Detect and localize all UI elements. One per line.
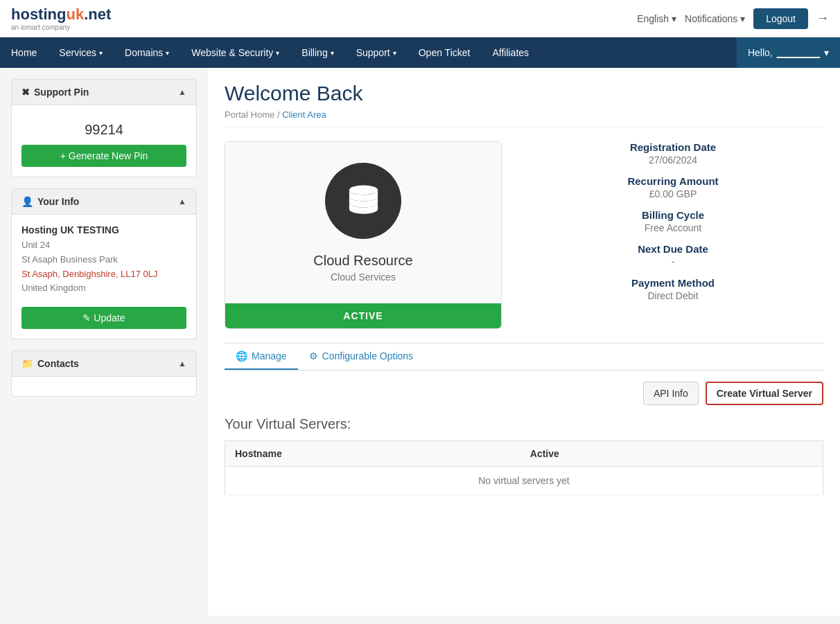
contacts-body (12, 377, 196, 396)
service-area: Cloud Resource Cloud Services ACTIVE Reg… (225, 141, 823, 329)
top-right-actions: English ▾ Notifications ▾ Logout → (637, 8, 829, 29)
main-layout: ✖ Support Pin ▲ 99214 + Generate New Pin… (0, 68, 840, 616)
service-type: Cloud Services (331, 271, 396, 283)
payment-label: Payment Method (523, 277, 823, 289)
pin-icon: ✖ (21, 87, 30, 98)
support-pin-body: 99214 + Generate New Pin (12, 105, 196, 177)
service-details: Registration Date 27/06/2024 Recurring A… (523, 141, 823, 311)
contacts-header: 📁 Contacts ▲ (12, 351, 196, 377)
api-info-button[interactable]: API Info (643, 382, 699, 405)
generate-pin-button[interactable]: + Generate New Pin (21, 145, 186, 167)
next-due-value: - (523, 256, 823, 267)
create-virtual-server-button[interactable]: Create Virtual Server (706, 382, 823, 405)
logo-sub: an iomart company (11, 24, 111, 31)
top-bar: hostinguk.net an iomart company English … (0, 0, 840, 37)
address: Unit 24 St Asaph Business Park St Asaph,… (21, 238, 186, 296)
service-icon-circle (325, 163, 401, 239)
detail-reg-date: Registration Date 27/06/2024 (523, 141, 823, 166)
main-content: Welcome Back Portal Home / Client Area (208, 68, 840, 616)
detail-recurring: Recurring Amount £0.00 GBP (523, 175, 823, 199)
col-actions (735, 441, 823, 467)
nav-home[interactable]: Home (0, 37, 48, 68)
your-info-header: 👤 Your Info ▲ (12, 189, 196, 215)
tab-configurable-options[interactable]: ⚙ Configurable Options (298, 344, 425, 370)
tab-manage[interactable]: 🌐 Manage (225, 344, 298, 370)
nav-affiliates[interactable]: Affiliates (481, 37, 540, 68)
user-icon: 👤 (21, 196, 33, 207)
nav-billing[interactable]: Billing ▾ (290, 37, 344, 68)
support-pin-collapse[interactable]: ▲ (178, 87, 186, 97)
language-selector[interactable]: English ▾ (637, 13, 676, 24)
service-card-body: Cloud Resource Cloud Services (225, 142, 501, 303)
service-name: Cloud Resource (313, 253, 412, 269)
page-title: Welcome Back (225, 82, 823, 105)
vs-empty-row: No virtual servers yet (225, 467, 823, 495)
contacts-section: 📁 Contacts ▲ (11, 350, 197, 397)
contacts-collapse[interactable]: ▲ (178, 359, 186, 368)
address-country: United Kingdom (21, 281, 186, 296)
your-info-collapse[interactable]: ▲ (178, 197, 186, 206)
nav-support[interactable]: Support ▾ (345, 37, 408, 68)
breadcrumb: Portal Home / Client Area (225, 109, 823, 127)
vs-title: Your Virtual Servers: (225, 416, 823, 432)
address-line3: St Asaph, Denbighshire, LL17 0LJ (21, 267, 186, 282)
your-info-title: Your Info (37, 196, 79, 207)
exit-icon[interactable]: → (816, 11, 829, 26)
vs-table: Hostname Active No virtual servers yet (225, 440, 823, 495)
contacts-icon: 📁 (21, 358, 33, 369)
tabs-area: 🌐 Manage ⚙ Configurable Options API Info… (225, 343, 823, 495)
billing-cycle-value: Free Account (523, 222, 823, 233)
support-pin-title: Support Pin (34, 87, 89, 98)
reg-date-value: 27/06/2024 (523, 154, 823, 166)
nav-bar: Home Services ▾ Domains ▾ Website & Secu… (0, 37, 840, 68)
detail-billing-cycle: Billing Cycle Free Account (523, 209, 823, 233)
col-hostname: Hostname (225, 441, 520, 467)
your-info-body: Hosting UK TESTING Unit 24 St Asaph Busi… (12, 215, 196, 339)
svg-point-0 (349, 185, 377, 195)
database-icon (344, 182, 383, 220)
support-pin-header: ✖ Support Pin ▲ (12, 80, 196, 105)
billing-cycle-label: Billing Cycle (523, 209, 823, 221)
nav-open-ticket[interactable]: Open Ticket (408, 37, 482, 68)
contacts-title: Contacts (37, 358, 79, 369)
your-info-section: 👤 Your Info ▲ Hosting UK TESTING Unit 24… (11, 188, 197, 339)
support-pin-section: ✖ Support Pin ▲ 99214 + Generate New Pin (11, 79, 197, 177)
vs-empty-message: No virtual servers yet (225, 467, 823, 495)
nav-domains[interactable]: Domains ▾ (114, 37, 180, 68)
tabs-nav: 🌐 Manage ⚙ Configurable Options (225, 344, 823, 371)
actions-row: API Info Create Virtual Server (225, 382, 823, 405)
breadcrumb-home[interactable]: Portal Home (225, 109, 274, 120)
payment-value: Direct Debit (523, 290, 823, 301)
service-status: ACTIVE (225, 303, 501, 328)
virtual-servers-section: Your Virtual Servers: Hostname Active No… (225, 416, 823, 495)
recurring-label: Recurring Amount (523, 175, 823, 187)
support-pin-value: 99214 (21, 115, 186, 145)
logout-button[interactable]: Logout (753, 8, 808, 29)
col-active: Active (520, 441, 735, 467)
update-button[interactable]: ✎ Update (21, 307, 186, 329)
service-card: Cloud Resource Cloud Services ACTIVE (225, 141, 502, 329)
globe-icon: 🌐 (236, 350, 247, 362)
sidebar: ✖ Support Pin ▲ 99214 + Generate New Pin… (0, 68, 208, 616)
logo: hostinguk.net (11, 6, 111, 24)
address-line1: Unit 24 (21, 238, 186, 253)
address-line3-link[interactable]: St Asaph, Denbighshire, LL17 0LJ (21, 269, 158, 279)
company-name: Hosting UK TESTING (21, 224, 186, 235)
nav-website-security[interactable]: Website & Security ▾ (180, 37, 290, 68)
notifications-button[interactable]: Notifications ▾ (685, 13, 745, 24)
next-due-label: Next Due Date (523, 243, 823, 255)
detail-payment: Payment Method Direct Debit (523, 277, 823, 301)
detail-next-due: Next Due Date - (523, 243, 823, 267)
reg-date-label: Registration Date (523, 141, 823, 153)
logo-area: hostinguk.net an iomart company (11, 6, 111, 31)
gear-icon: ⚙ (309, 350, 318, 362)
nav-hello[interactable]: Hello, ________ ▾ (737, 37, 840, 68)
recurring-value: £0.00 GBP (523, 188, 823, 199)
breadcrumb-current: Client Area (282, 109, 326, 120)
address-line2: St Asaph Business Park (21, 253, 186, 267)
nav-services[interactable]: Services ▾ (48, 37, 114, 68)
breadcrumb-sep: / (277, 109, 280, 120)
